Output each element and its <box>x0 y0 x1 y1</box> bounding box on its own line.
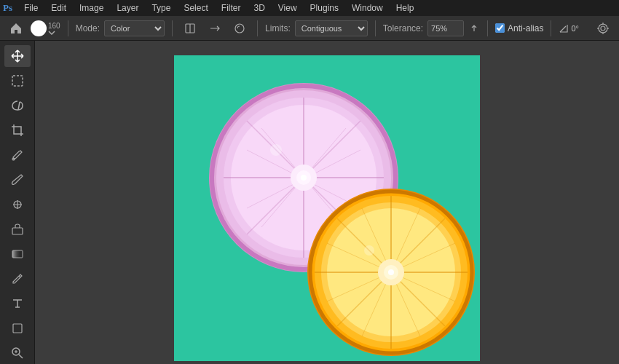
tolerance-input[interactable] <box>427 20 464 36</box>
anti-alias-label: Anti-alias <box>508 23 543 33</box>
anti-alias-checkbox[interactable] <box>495 23 505 33</box>
menu-3d[interactable]: 3D <box>248 1 270 15</box>
options-toolbar: 160 Mode: Color Hue Saturation Luminosit… <box>0 16 619 41</box>
eraser-tool[interactable] <box>4 218 31 240</box>
menu-help[interactable]: Help <box>390 1 420 15</box>
svg-point-4 <box>601 26 605 31</box>
separator-2 <box>172 20 173 36</box>
menu-select[interactable]: Select <box>178 1 213 15</box>
limits-select[interactable]: Contiguous Find Edges Discontiguous <box>295 20 368 36</box>
shape-tool[interactable] <box>4 317 31 339</box>
separator-4 <box>375 20 376 36</box>
menu-type[interactable]: Type <box>146 1 176 15</box>
svg-rect-16 <box>13 324 22 333</box>
replace-color-button[interactable] <box>229 18 250 39</box>
separator-3 <box>257 20 258 36</box>
clone-stamp-tool[interactable] <box>4 194 31 215</box>
move-tool[interactable] <box>4 45 31 67</box>
svg-point-3 <box>599 24 607 33</box>
brush-preview <box>31 20 47 36</box>
home-button[interactable] <box>6 18 26 39</box>
pen-tool[interactable] <box>4 268 31 290</box>
menu-bar: Ps File Edit Image Layer Type Select Fil… <box>0 0 619 16</box>
zoom-tool[interactable] <box>4 342 31 364</box>
svg-point-40 <box>270 144 282 156</box>
menu-layer[interactable]: Layer <box>111 1 144 15</box>
canvas-area <box>35 41 619 364</box>
crop-tool[interactable] <box>4 119 31 141</box>
menu-file[interactable]: File <box>18 1 44 15</box>
svg-rect-9 <box>12 76 23 86</box>
brush-size-value: 160 <box>48 22 60 30</box>
angle-value: 0° <box>571 24 579 33</box>
svg-point-38 <box>301 175 307 181</box>
lasso-tool[interactable] <box>4 95 31 116</box>
menu-view[interactable]: View <box>272 1 303 15</box>
anti-alias-container[interactable]: Anti-alias <box>495 23 543 33</box>
svg-rect-13 <box>12 228 23 234</box>
target-button[interactable] <box>593 18 613 39</box>
separator-5 <box>487 20 488 36</box>
main-layout <box>0 41 619 364</box>
svg-point-2 <box>235 24 244 33</box>
mode-select[interactable]: Color Hue Saturation Luminosity <box>104 20 165 36</box>
left-sidebar <box>0 41 35 364</box>
menu-image[interactable]: Image <box>74 1 109 15</box>
gradient-tool[interactable] <box>4 243 31 265</box>
canvas-image[interactable] <box>174 55 480 361</box>
canvas-wrapper <box>174 55 480 361</box>
svg-point-58 <box>364 245 374 256</box>
menu-window[interactable]: Window <box>346 1 389 15</box>
tolerance-label: Tolerance: <box>383 23 423 33</box>
separator-1 <box>68 20 68 36</box>
canvas-svg <box>174 55 480 361</box>
tolerance-scrubber[interactable] <box>468 18 480 39</box>
selection-tool[interactable] <box>4 70 31 92</box>
menu-plugins[interactable]: Plugins <box>304 1 344 15</box>
menu-filter[interactable]: Filter <box>216 1 247 15</box>
text-tool[interactable] <box>4 293 31 314</box>
app-logo: Ps <box>3 2 12 14</box>
angle-display: 0° <box>559 23 579 33</box>
limits-label: Limits: <box>265 23 291 33</box>
swap-colors-button[interactable] <box>205 18 225 39</box>
mode-label: Mode: <box>76 23 100 33</box>
svg-line-18 <box>19 355 23 358</box>
set-foreground-button[interactable] <box>180 18 200 39</box>
svg-point-56 <box>388 269 394 275</box>
brush-selector[interactable]: 160 <box>31 20 60 36</box>
menu-edit[interactable]: Edit <box>45 1 72 15</box>
eyedropper-tool[interactable] <box>4 144 31 166</box>
separator-6 <box>551 20 551 36</box>
svg-line-10 <box>18 102 20 110</box>
brush-tool[interactable] <box>4 169 31 191</box>
svg-rect-14 <box>12 250 23 258</box>
